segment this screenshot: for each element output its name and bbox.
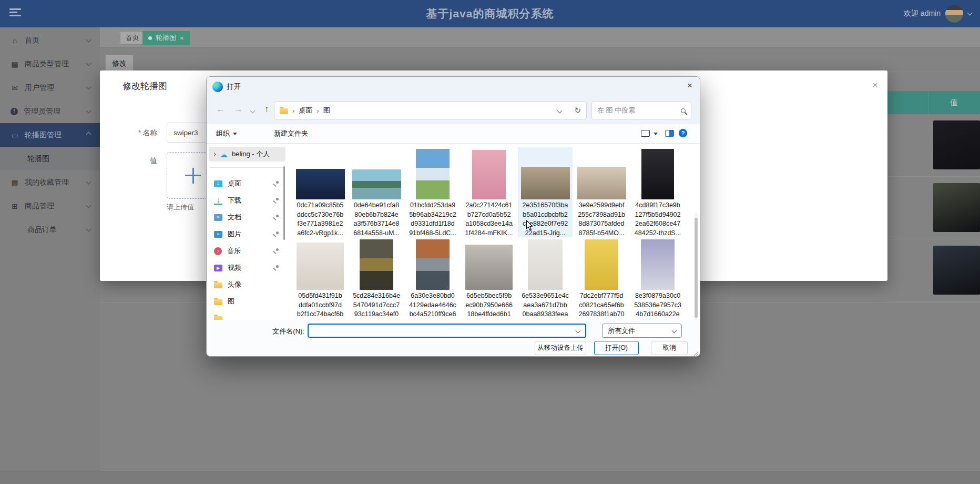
- search-placeholder: 在 图 中搜索: [597, 106, 635, 115]
- dialog-sidebar-item-图片[interactable]: ≡图片: [207, 226, 285, 243]
- dialog-titlebar[interactable]: 打开 ×: [207, 77, 700, 97]
- back-icon[interactable]: ←: [216, 104, 225, 115]
- sidebar-item-5[interactable]: 轮播图: [0, 147, 100, 170]
- table-row: [887, 114, 980, 177]
- history-chevron-icon[interactable]: [250, 108, 256, 114]
- edge-browser-icon: [212, 82, 223, 92]
- tab-edit[interactable]: 修改: [105, 55, 134, 72]
- dialog-sidebar-item-头像[interactable]: 头像: [207, 276, 285, 293]
- sidebar-item-label: 轮播图管理: [25, 130, 62, 140]
- file-item-0[interactable]: 0dc71a09c85b5ddcc5c730e76bf3e771a3981e2a…: [293, 147, 348, 237]
- file-name: 2a0c271424c61b727cd0a5b52a1058cd3ee14a1f…: [462, 201, 516, 238]
- filename-label: 文件名(N):: [259, 327, 304, 336]
- file-item-9[interactable]: 6a30e3e80bd04129edae4646cbc4a5210ff9ce67…: [405, 237, 460, 320]
- folder-icon: [280, 108, 288, 114]
- sidebar-item-label: 我的收藏管理: [25, 178, 69, 187]
- onedrive-root-item[interactable]: ☁ beling - 个人: [209, 147, 285, 162]
- filetype-select[interactable]: 所有文件: [602, 324, 682, 338]
- preview-pane-icon[interactable]: [665, 130, 674, 137]
- expand-icon: [212, 152, 216, 156]
- pin-icon: [273, 248, 279, 254]
- address-chevron-icon[interactable]: [557, 108, 563, 113]
- filetype-chevron-icon: [672, 328, 677, 334]
- file-item-1[interactable]: 0de64be91cfa880eb6b7b824ea3f576b3714e868…: [349, 147, 404, 237]
- file-name: 6e533e9651e4caea3a671d7bb0baa89383feeaf2…: [518, 291, 573, 320]
- videos-icon: ▶: [214, 265, 222, 271]
- file-item-4[interactable]: 2e3516570f3bab5a01cdbcbfb2c1e882e0f7e922…: [518, 147, 573, 237]
- tab-home[interactable]: 首页: [120, 31, 145, 45]
- cancel-button[interactable]: 取消: [651, 341, 688, 355]
- file-item-11[interactable]: 6e533e9651e4caea3a671d7bb0baa89383feeaf2…: [518, 237, 573, 320]
- caret-down-icon: [233, 133, 237, 135]
- welcome-text: 欢迎 admin: [904, 9, 941, 18]
- sidebar-scrollbar[interactable]: [283, 166, 285, 240]
- chevron-down-icon: [86, 37, 91, 43]
- view-mode-caret-icon[interactable]: [654, 133, 658, 135]
- dialog-close-icon[interactable]: ×: [687, 81, 692, 90]
- filename-input[interactable]: [308, 324, 586, 338]
- view-mode-icon[interactable]: [641, 130, 650, 137]
- value-label: 值: [150, 156, 157, 166]
- dialog-sidebar-item-桌面[interactable]: ≡桌面: [207, 175, 285, 192]
- user-area[interactable]: 欢迎 admin: [904, 0, 972, 27]
- close-tab-icon[interactable]: ×: [180, 35, 184, 42]
- dialog-sidebar-item-下载[interactable]: ↓下载: [207, 192, 285, 209]
- file-item-7[interactable]: 05d5fd431f91bddfa01ccbf97db2f1cc74bacf6b…: [293, 237, 348, 320]
- file-item-5[interactable]: 3e9e2599d9ebf255c7398ad91b8d873075afded8…: [574, 147, 629, 237]
- file-thumbnail: [585, 239, 618, 290]
- modal-close-icon[interactable]: ×: [872, 80, 878, 90]
- chevron-down-icon: [86, 108, 91, 114]
- file-thumbnail: [352, 169, 401, 199]
- new-folder-button[interactable]: 新建文件夹: [274, 129, 308, 138]
- file-grid-scrollbar-thumb[interactable]: [695, 218, 698, 318]
- dialog-sidebar-item-文档[interactable]: ≡文档: [207, 209, 285, 226]
- file-item-3[interactable]: 2a0c271424c61b727cd0a5b52a1058cd3ee14a1f…: [462, 147, 516, 237]
- dialog-sidebar-item-音乐[interactable]: ♪音乐: [207, 243, 285, 259]
- onedrive-cloud-icon: ☁: [220, 150, 228, 158]
- refresh-icon[interactable]: ↻: [574, 106, 581, 115]
- file-item-13[interactable]: 8e3f0879a30c0538536e7957c34b7d1660a22e66…: [630, 237, 685, 320]
- pictures-icon: ≡: [214, 231, 222, 238]
- sidebar-item-1[interactable]: ▤商品类型管理: [0, 52, 100, 76]
- breadcrumb-folder[interactable]: 图: [323, 106, 330, 115]
- sidebar-item-6[interactable]: ▦我的收藏管理: [0, 170, 100, 194]
- required-mark: *: [138, 128, 141, 137]
- file-name: 2e3516570f3bab5a01cdbcbfb2c1e882e0f7e922…: [518, 201, 573, 238]
- file-name: 0dc71a09c85b5ddcc5c730e76bf3e771a3981e2a…: [293, 201, 348, 238]
- chevron-down-icon: [86, 85, 91, 90]
- resize-grip-icon[interactable]: [694, 351, 698, 356]
- file-thumbnail: [465, 245, 513, 290]
- dialog-sidebar-item-图[interactable]: 图: [207, 293, 285, 310]
- sidebar-item-0[interactable]: ⌂首页: [0, 28, 100, 52]
- dialog-sidebar-item-视频[interactable]: ▶视频: [207, 259, 285, 276]
- forward-icon[interactable]: →: [234, 104, 243, 115]
- carousel-icon: ▭: [11, 131, 19, 139]
- avatar[interactable]: [945, 5, 963, 23]
- sidebar-item-4[interactable]: ▭轮播图管理: [0, 123, 100, 147]
- file-name: 8e3f0879a30c0538536e7957c34b7d1660a22e66…: [630, 291, 685, 320]
- dialog-sidebar-item-label: 图片: [228, 229, 241, 239]
- help-icon[interactable]: ?: [679, 129, 687, 137]
- up-icon[interactable]: ↑: [264, 104, 269, 115]
- sidebar-item-3[interactable]: !管理员管理: [0, 99, 100, 123]
- dialog-sidebar-item-extra[interactable]: [207, 310, 285, 320]
- sidebar-item-2[interactable]: ✉用户管理: [0, 76, 100, 99]
- upload-from-mobile-button[interactable]: 从移动设备上传: [535, 341, 586, 355]
- sidebar-item-8[interactable]: 商品订单: [0, 218, 100, 241]
- file-item-10[interactable]: 6d5eb5bec5f9bec90b7950e66618be4ffded6b1c…: [462, 237, 516, 320]
- dialog-title: 打开: [227, 82, 241, 92]
- breadcrumb-desktop[interactable]: 桌面: [299, 106, 312, 115]
- file-item-2[interactable]: 01bcfdd253da95b96ab34219c2d9331dfd1f18d9…: [405, 147, 460, 237]
- file-name: 7dc2ebf777f5dc0821ca65ef6b2697838f1ab701…: [574, 291, 629, 320]
- file-item-12[interactable]: 7dc2ebf777f5dc0821ca65ef6b2697838f1ab701…: [574, 237, 629, 320]
- filename-chevron-icon[interactable]: [576, 328, 581, 334]
- organize-button[interactable]: 组织: [216, 129, 237, 138]
- sidebar-item-7[interactable]: ⊞商品管理: [0, 194, 100, 218]
- file-item-8[interactable]: 5cd284e316b4e5470491d7ccc793c119ac34ef08…: [349, 237, 404, 320]
- file-item-6[interactable]: 4cd89f17c3e9b127f5b5d949022ea62f608ce474…: [630, 147, 685, 237]
- open-button[interactable]: 打开(O): [594, 341, 639, 355]
- address-bar[interactable]: › 桌面 › 图 ↻: [274, 102, 587, 119]
- folder-icon: [214, 283, 222, 288]
- tab-carousel[interactable]: 轮播图 ×: [142, 31, 190, 45]
- search-box[interactable]: 在 图 中搜索: [591, 102, 691, 119]
